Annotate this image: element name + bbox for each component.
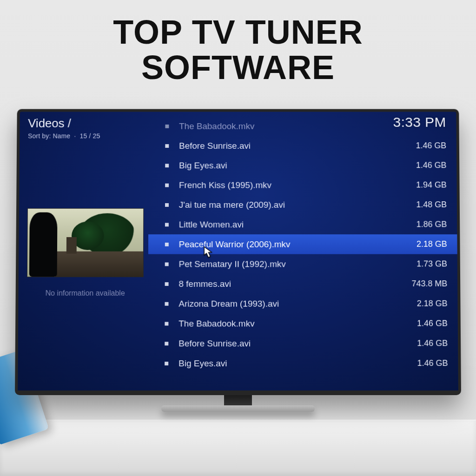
file-size: 1.46 GB xyxy=(416,160,447,170)
file-icon xyxy=(165,203,169,207)
file-list[interactable]: The Babadook.mkvBefore Sunrise.avi1.46 G… xyxy=(148,116,458,373)
list-item[interactable]: The Babadook.mkv1.46 GB xyxy=(148,314,458,334)
file-icon xyxy=(165,183,169,187)
list-item[interactable]: Before Sunrise.avi1.46 GB xyxy=(149,136,456,155)
file-icon xyxy=(165,164,169,167)
file-name: Pet Sematary II (1992).mkv xyxy=(179,259,417,269)
no-information-label: No information available xyxy=(27,289,144,298)
file-icon xyxy=(165,242,169,246)
file-name: Big Eyes.avi xyxy=(178,358,417,369)
file-icon xyxy=(165,362,168,365)
file-size: 1.48 GB xyxy=(416,200,447,210)
list-item[interactable]: Pet Sematary II (1992).mkv1.73 GB xyxy=(148,254,457,274)
sort-label: Sort by: Name xyxy=(28,132,70,140)
sort-line[interactable]: Sort by: Name · 15 / 25 xyxy=(28,132,149,140)
list-item[interactable]: Big Eyes.avi1.46 GB xyxy=(148,156,456,175)
list-item[interactable]: The Babadook.mkv xyxy=(149,116,456,136)
list-item[interactable]: French Kiss (1995).mkv1.94 GB xyxy=(148,175,456,195)
file-name: Before Sunrise.avi xyxy=(179,141,416,151)
file-name: Little Women.avi xyxy=(179,219,416,230)
breadcrumb[interactable]: Videos / xyxy=(28,116,149,130)
file-size: 2.18 GB xyxy=(417,299,448,309)
file-icon xyxy=(165,302,168,305)
file-size: 2.18 GB xyxy=(416,239,447,249)
file-icon xyxy=(165,124,169,128)
list-item[interactable]: Peaceful Warrior (2006).mkv2.18 GB xyxy=(148,234,457,254)
tv: Videos / Sort by: Name · 15 / 25 No info… xyxy=(15,106,461,413)
file-icon xyxy=(165,342,168,345)
file-name: French Kiss (1995).mkv xyxy=(179,180,416,190)
file-size: 743.8 MB xyxy=(411,279,447,289)
video-preview xyxy=(27,208,144,277)
file-icon xyxy=(165,144,169,148)
tv-frame: Videos / Sort by: Name · 15 / 25 No info… xyxy=(15,109,461,395)
file-icon xyxy=(165,322,168,325)
file-size: 1.46 GB xyxy=(416,141,447,151)
file-size: 1.46 GB xyxy=(417,358,448,368)
file-size: 1.86 GB xyxy=(416,220,447,230)
list-item[interactable]: Before Sunrise.avi1.46 GB xyxy=(148,333,458,353)
file-name: Arizona Dream (1993).avi xyxy=(178,298,416,309)
file-size: 1.73 GB xyxy=(416,259,447,269)
media-center-screen: Videos / Sort by: Name · 15 / 25 No info… xyxy=(18,112,458,390)
file-icon xyxy=(165,223,169,226)
headline-line2: SOFTWARE xyxy=(0,50,476,86)
headline-line1: TOP TV TUNER xyxy=(0,15,476,50)
file-list-panel: 3:33 PM The Babadook.mkvBefore Sunrise.a… xyxy=(148,112,458,390)
file-icon xyxy=(165,282,169,286)
list-item[interactable]: Little Women.avi1.86 GB xyxy=(148,215,457,234)
file-size: 1.94 GB xyxy=(416,180,447,190)
sidebar: Videos / Sort by: Name · 15 / 25 No info… xyxy=(18,112,149,390)
list-item[interactable]: Big Eyes.avi1.46 GB xyxy=(148,353,458,373)
file-name: The Babadook.mkv xyxy=(179,121,446,132)
shelf xyxy=(0,420,476,476)
file-name: Before Sunrise.avi xyxy=(178,338,417,349)
tv-neck xyxy=(224,393,252,406)
sort-sep: · xyxy=(74,132,76,140)
file-name: 8 femmes.avi xyxy=(178,279,411,289)
file-name: The Babadook.mkv xyxy=(178,318,417,329)
file-icon xyxy=(165,262,169,266)
tv-stand xyxy=(161,405,315,412)
file-name: Peaceful Warrior (2006).mkv xyxy=(179,239,416,250)
file-name: J'ai tue ma mere (2009).avi xyxy=(179,200,416,210)
page-headline: TOP TV TUNER SOFTWARE xyxy=(0,0,476,85)
list-item[interactable]: J'ai tue ma mere (2009).avi1.48 GB xyxy=(148,195,457,214)
file-size: 1.46 GB xyxy=(417,338,448,348)
file-name: Big Eyes.avi xyxy=(179,160,416,171)
list-item[interactable]: Arizona Dream (1993).avi2.18 GB xyxy=(148,294,458,314)
file-size: 1.46 GB xyxy=(417,319,448,329)
list-item[interactable]: 8 femmes.avi743.8 MB xyxy=(148,274,458,294)
list-position: 15 / 25 xyxy=(80,132,100,140)
